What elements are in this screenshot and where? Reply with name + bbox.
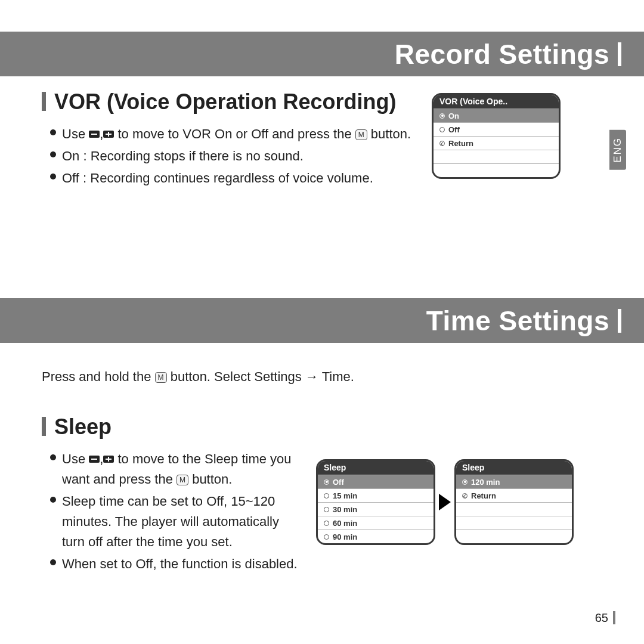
sleep-bullet-2: Sleep time can be set to Off, 15~120 min… bbox=[50, 491, 304, 552]
m-button-icon: M bbox=[355, 129, 367, 140]
minus-icon bbox=[89, 456, 100, 463]
lcd-row: 120 min bbox=[456, 475, 572, 488]
lcd-sleep-2: Sleep 120 min Return bbox=[454, 459, 574, 545]
sleep-screens: Sleep Off 15 min 30 min 60 min 90 min Sl… bbox=[316, 459, 574, 545]
minus-icon bbox=[89, 131, 100, 138]
vor-bullet-3: Off : Recording continues regardless of … bbox=[50, 168, 423, 188]
sleep-bullet-3: When set to Off, the function is disable… bbox=[50, 554, 304, 574]
m-button-icon: M bbox=[155, 372, 167, 383]
lcd-row: 30 min bbox=[318, 502, 434, 516]
section-vor: VOR (Voice Operation Recording) Use , to… bbox=[42, 89, 620, 190]
banner-title: Time Settings bbox=[426, 305, 609, 337]
plus-icon bbox=[103, 131, 114, 138]
sleep-bullet-1: Use , to move to the Sleep time you want… bbox=[50, 449, 304, 490]
vor-bullet-1: Use , to move to VOR On or Off and press… bbox=[50, 124, 423, 144]
lcd-vor: VOR (Voice Ope.. On Off Return bbox=[432, 93, 561, 179]
lcd-header: VOR (Voice Ope.. bbox=[434, 95, 559, 109]
page-number: 65 bbox=[595, 611, 615, 625]
lcd-row-return: Return bbox=[434, 136, 559, 150]
lcd-row: Off bbox=[318, 475, 434, 488]
lcd-row-off: Off bbox=[434, 122, 559, 136]
banner-title: Record Settings bbox=[395, 38, 609, 70]
time-intro: Press and hold the M button. Select Sett… bbox=[42, 367, 620, 387]
lcd-sleep-1: Sleep Off 15 min 30 min 60 min 90 min bbox=[316, 459, 435, 545]
lcd-row: 90 min bbox=[318, 530, 434, 543]
lcd-header: Sleep bbox=[318, 461, 434, 475]
lcd-row: Return bbox=[456, 488, 572, 502]
plus-icon bbox=[103, 456, 114, 463]
heading-sleep: Sleep bbox=[42, 414, 620, 439]
banner-divider bbox=[618, 42, 621, 66]
m-button-icon: M bbox=[177, 475, 188, 485]
lcd-row: 15 min bbox=[318, 488, 434, 502]
banner-time-settings: Time Settings bbox=[0, 298, 644, 343]
banner-divider bbox=[618, 309, 621, 333]
lcd-header: Sleep bbox=[456, 461, 572, 475]
arrow-right-icon bbox=[439, 494, 451, 510]
lcd-row-on: On bbox=[434, 109, 559, 122]
lcd-row: 60 min bbox=[318, 516, 434, 530]
vor-bullet-2: On : Recording stops if there is no soun… bbox=[50, 146, 423, 166]
banner-record-settings: Record Settings bbox=[0, 32, 644, 76]
